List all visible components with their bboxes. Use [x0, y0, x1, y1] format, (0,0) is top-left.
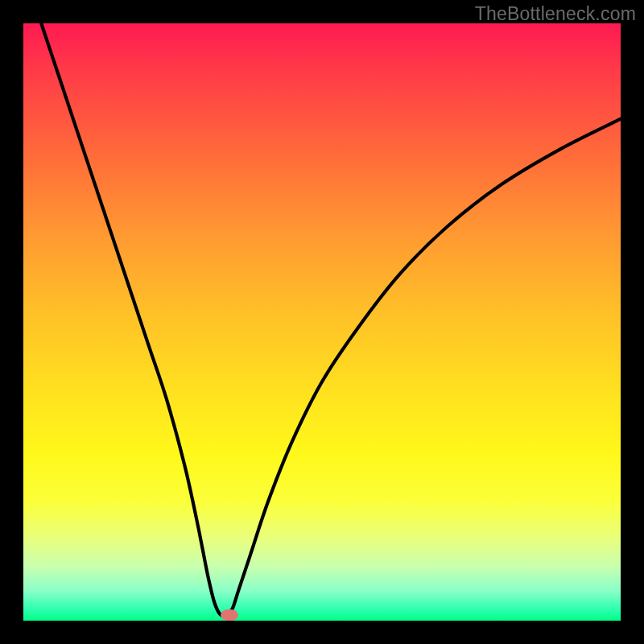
bottleneck-curve — [23, 23, 621, 621]
chart-frame: TheBottleneck.com — [0, 0, 644, 644]
optimal-point-marker — [221, 609, 238, 621]
watermark-text: TheBottleneck.com — [475, 3, 636, 25]
plot-area — [23, 23, 621, 621]
